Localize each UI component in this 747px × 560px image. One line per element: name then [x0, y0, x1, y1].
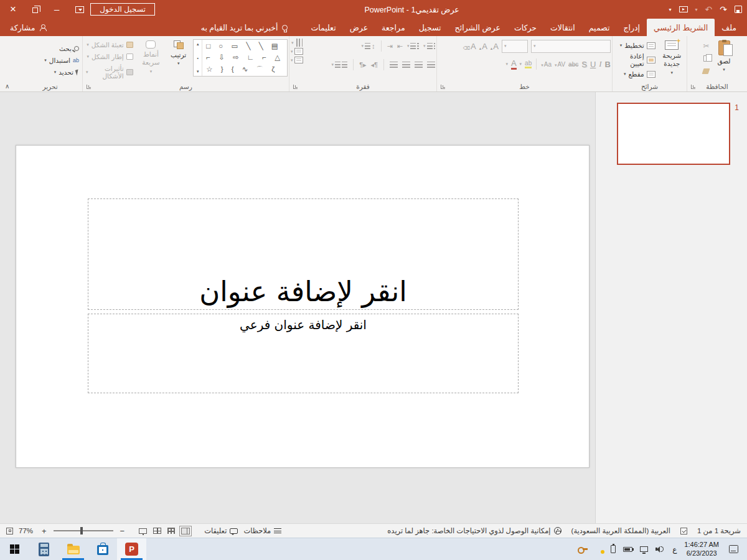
volume-icon[interactable]: [655, 546, 665, 553]
zoom-in-button[interactable]: +: [42, 526, 47, 536]
decrease-indent-button[interactable]: ⇤: [397, 42, 403, 50]
line-spacing-button[interactable]: ↕▾: [362, 42, 375, 50]
undo-dropdown[interactable]: ▾: [695, 7, 698, 12]
italic-button[interactable]: I: [599, 59, 601, 69]
clock[interactable]: 1:46:27 AM 6/23/2023: [684, 541, 719, 558]
tab-file[interactable]: ملف: [715, 19, 743, 36]
layout-button[interactable]: تخطيط▾: [614, 41, 657, 50]
section-button[interactable]: مقطع▾: [614, 70, 657, 78]
start-button[interactable]: [0, 538, 29, 560]
accessibility-status[interactable]: إمكانية الوصول لذوي الاحتياجات الخاصة: ج…: [387, 526, 561, 535]
find-button[interactable]: بحث: [57, 44, 81, 53]
strikethrough-button[interactable]: abc: [568, 61, 578, 68]
start-presentation-button[interactable]: [679, 6, 688, 12]
clear-formatting-button[interactable]: A⌫: [463, 42, 476, 51]
highlight-color-button[interactable]: ab: [525, 60, 532, 68]
drawing-dialog-launcher[interactable]: [87, 85, 91, 89]
sign-in-button[interactable]: تسجيل الدخول: [90, 3, 154, 16]
title-placeholder[interactable]: انقر لإضافة عنوان: [88, 198, 519, 310]
redo-button[interactable]: ↷: [720, 4, 727, 14]
text-shadow-button[interactable]: S: [581, 60, 587, 69]
columns-button[interactable]: ▾: [332, 62, 348, 68]
tab-home[interactable]: الشريط الرئيسي: [647, 19, 715, 36]
paste-button[interactable]: لصق ▾: [713, 38, 734, 74]
shrink-font-button[interactable]: A▴: [491, 42, 499, 51]
usb-device-icon[interactable]: [611, 545, 616, 553]
change-case-button[interactable]: Aa▾: [541, 61, 552, 68]
ribbon-display-options-button[interactable]: [75, 6, 84, 13]
zoom-slider-knob[interactable]: [80, 527, 83, 534]
collapse-ribbon-button[interactable]: ∧: [5, 83, 9, 90]
numbering-button[interactable]: ▾: [407, 43, 419, 50]
tab-review[interactable]: مراجعة: [375, 19, 412, 36]
taskbar-powerpoint[interactable]: P: [117, 538, 146, 560]
customize-qat-button[interactable]: ▾: [669, 7, 672, 12]
font-color-dropdown[interactable]: ▾: [505, 62, 508, 67]
tab-transitions[interactable]: انتقالات: [543, 19, 582, 36]
tell-me-box[interactable]: أخبرني بما تريد القيام به: [201, 19, 288, 36]
tab-insert[interactable]: إدراج: [616, 19, 647, 36]
close-button[interactable]: ×: [10, 5, 16, 14]
taskbar-store[interactable]: [88, 538, 117, 560]
normal-view-button[interactable]: [181, 528, 190, 534]
notes-button[interactable]: ملاحظات: [243, 526, 281, 535]
minimize-button[interactable]: –: [54, 6, 59, 12]
bold-button[interactable]: B: [605, 60, 611, 69]
undo-button[interactable]: ↶: [705, 4, 713, 14]
shapes-gallery[interactable]: ▴ ▪ ▾ □ ○ ▭ ╲ ╲ ▤ ⌐ ⇩ ⇨ ∟ ⌐ △ ☆ } { ∿ ⌒ …: [193, 39, 288, 77]
shape-fill-button[interactable]: تعبئة الشكل▾: [84, 40, 135, 49]
align-left-button[interactable]: [402, 62, 410, 68]
share-button[interactable]: مشاركة: [6, 19, 47, 36]
tab-animations[interactable]: حركات: [507, 19, 543, 36]
text-direction-button[interactable]: ▾: [291, 39, 303, 46]
font-color-button[interactable]: A: [511, 58, 517, 70]
ltr-paragraph-button[interactable]: ▸¶: [359, 61, 366, 69]
reading-view-button[interactable]: [167, 528, 175, 534]
replace-button[interactable]: abاستبدال▾: [42, 56, 81, 65]
battery-icon[interactable]: [623, 547, 632, 552]
slide-sorter-view-button[interactable]: [153, 528, 161, 534]
new-slide-button[interactable]: شريحةجديدة ▾: [659, 38, 685, 77]
shape-outline-button[interactable]: إطار الشكل▾: [84, 52, 135, 61]
tab-help[interactable]: تعليمات: [304, 19, 342, 36]
font-name-combo[interactable]: ▾: [531, 40, 611, 53]
tab-slide-show[interactable]: عرض الشرائح: [448, 19, 507, 36]
slide-show-view-button[interactable]: [139, 528, 147, 534]
underline-button[interactable]: U: [590, 60, 596, 69]
increase-indent-button[interactable]: ⇥: [387, 42, 393, 50]
font-size-combo[interactable]: ▾: [502, 40, 528, 53]
slide-thumbnail[interactable]: [617, 103, 730, 165]
spell-check-icon[interactable]: [680, 528, 687, 534]
tab-view[interactable]: عرض: [343, 19, 375, 36]
cut-button[interactable]: ✂: [700, 41, 712, 51]
key-icon[interactable]: [578, 547, 588, 552]
align-center-button[interactable]: [415, 62, 423, 68]
language-indicator[interactable]: العربية (المملكة العربية السعودية): [571, 526, 670, 535]
subtitle-placeholder[interactable]: انقر لإضافة عنوان فرعي: [88, 314, 519, 393]
comments-button[interactable]: تعليقات: [204, 526, 238, 535]
clipboard-dialog-launcher[interactable]: [691, 85, 695, 89]
shape-effects-button[interactable]: تأثيرات الأشكال▾: [84, 64, 135, 80]
shapes-gallery-scroll[interactable]: ▴ ▪ ▾: [194, 40, 202, 76]
paragraph-dialog-launcher[interactable]: [293, 85, 298, 89]
quick-styles-button[interactable]: أنماطسريعة ▾: [138, 38, 164, 76]
select-button[interactable]: تحديد▾: [52, 68, 81, 77]
save-button[interactable]: [735, 6, 742, 13]
restore-button[interactable]: [32, 6, 38, 13]
reset-button[interactable]: إعادة تعيين: [614, 52, 657, 68]
zoom-level[interactable]: 77%: [19, 527, 36, 534]
character-spacing-button[interactable]: AV▾: [555, 61, 565, 68]
copy-button[interactable]: [700, 54, 712, 63]
network-icon[interactable]: [640, 546, 648, 552]
bullets-button[interactable]: ▾: [423, 43, 435, 50]
slide[interactable]: انقر لإضافة عنوان انقر لإضافة عنوان فرعي: [16, 145, 590, 468]
align-text-button[interactable]: ▾: [291, 48, 303, 55]
font-dialog-launcher[interactable]: [441, 85, 445, 89]
fit-slide-button[interactable]: [6, 528, 13, 534]
convert-smartart-button[interactable]: ▾: [291, 57, 303, 63]
tab-record[interactable]: تسجيل: [412, 19, 448, 36]
zoom-slider[interactable]: [54, 530, 113, 531]
highlight-dropdown[interactable]: ▾: [520, 62, 522, 67]
taskbar-file-explorer[interactable]: [59, 538, 88, 560]
grow-font-button[interactable]: A▴: [479, 42, 487, 51]
